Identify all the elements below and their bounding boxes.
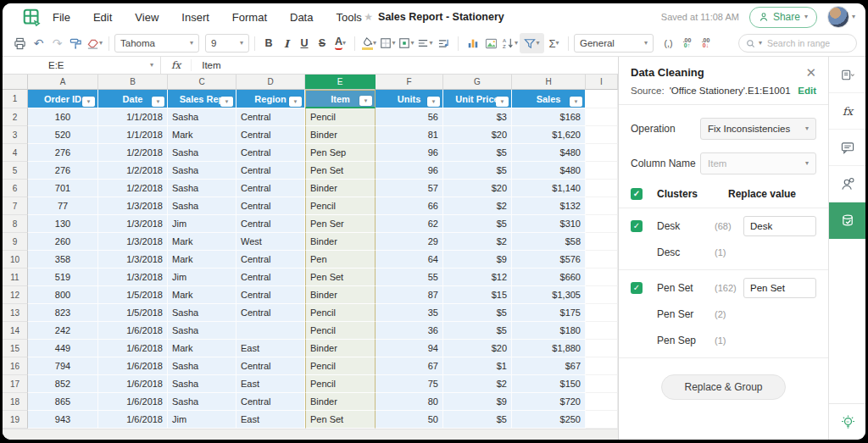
cell[interactable]: 96 [376, 162, 443, 180]
cell[interactable]: Pencil [305, 108, 376, 126]
cell[interactable]: Central [236, 304, 305, 322]
align-button[interactable]: ▾ [416, 33, 434, 53]
cell[interactable]: $250 [512, 411, 586, 429]
cell[interactable]: Sasha [168, 375, 236, 393]
empty-cell[interactable] [586, 197, 618, 215]
empty-cell[interactable] [586, 90, 618, 108]
cell[interactable]: 1/6/2018 [98, 322, 168, 340]
cell[interactable]: $67 [512, 357, 586, 375]
row-header-12[interactable]: 12 [3, 286, 28, 304]
row-header-8[interactable]: 8 [3, 215, 28, 233]
cell[interactable]: 520 [28, 126, 98, 144]
cell[interactable]: Binder [305, 233, 376, 251]
cell[interactable]: East [236, 411, 305, 429]
cell[interactable]: Pen [305, 251, 376, 269]
cell[interactable]: Sasha [168, 108, 236, 126]
row-header-11[interactable]: 11 [3, 269, 28, 286]
cell[interactable]: Sasha [168, 304, 236, 322]
header-cell-sales[interactable]: Sales▼ [512, 90, 586, 108]
search-in-range[interactable]: ▾ [738, 34, 857, 53]
cell[interactable]: $9 [443, 251, 512, 269]
cell[interactable]: $5 [443, 411, 512, 429]
cell[interactable]: Central [236, 108, 305, 126]
filter-dropdown-icon[interactable]: ▼ [427, 97, 440, 107]
cell[interactable]: 75 [376, 375, 443, 393]
cell[interactable]: 64 [376, 251, 443, 269]
menu-item-edit[interactable]: Edit [93, 11, 112, 24]
cell[interactable]: $480 [512, 162, 586, 180]
cell[interactable]: 29 [376, 233, 443, 251]
cell[interactable]: Sasha [168, 322, 236, 340]
cell[interactable]: Central [236, 286, 305, 304]
cell[interactable]: Mark [168, 233, 236, 251]
cell[interactable]: $1,880 [512, 340, 586, 357]
functions-button[interactable]: fx [829, 93, 865, 130]
empty-cell[interactable] [586, 144, 618, 162]
cell[interactable]: 1/1/2018 [98, 108, 168, 126]
edit-source-link[interactable]: Edit [798, 86, 816, 96]
search-input[interactable] [765, 37, 837, 49]
cell[interactable]: $5 [443, 215, 512, 233]
cell[interactable]: 865 [28, 393, 98, 411]
cell[interactable]: 96 [376, 144, 443, 162]
cell[interactable]: Jim [168, 269, 236, 286]
cell[interactable]: $480 [512, 144, 586, 162]
empty-cell[interactable] [586, 269, 618, 286]
empty-cell[interactable] [586, 251, 618, 269]
empty-cell[interactable] [586, 233, 618, 251]
cell[interactable]: $9 [443, 393, 512, 411]
filter-dropdown-icon[interactable]: ▼ [496, 97, 509, 107]
menu-item-format[interactable]: Format [232, 11, 267, 24]
cell[interactable]: $132 [512, 197, 586, 215]
empty-cell[interactable] [586, 108, 618, 126]
cell[interactable]: East [236, 340, 305, 357]
cell[interactable]: $5 [443, 304, 512, 322]
empty-cell[interactable] [586, 357, 618, 375]
column-header-B[interactable]: B [98, 75, 168, 90]
cell[interactable]: 1/6/2018 [98, 393, 168, 411]
row-header-3[interactable]: 3 [3, 126, 28, 144]
cell[interactable]: Central [236, 357, 305, 375]
cell[interactable]: 50 [376, 411, 443, 429]
filter-dropdown-icon[interactable]: ▼ [570, 97, 582, 107]
cell[interactable]: Sasha [168, 357, 236, 375]
cell[interactable]: 67 [376, 357, 443, 375]
cell[interactable]: Pen Sep [305, 144, 376, 162]
format-panel-button[interactable] [829, 57, 865, 93]
italic-button[interactable]: I [278, 34, 295, 53]
empty-cell[interactable] [586, 340, 618, 357]
cell[interactable]: $720 [512, 393, 586, 411]
cell[interactable]: 242 [28, 322, 98, 340]
sum-button[interactable]: Σ ▾ [545, 33, 563, 53]
cell[interactable]: Sasha [168, 197, 236, 215]
cell[interactable]: 35 [376, 304, 443, 322]
cell[interactable]: 1/3/2018 [98, 197, 168, 215]
cell[interactable]: $2 [443, 375, 512, 393]
cell[interactable]: East [236, 375, 305, 393]
cell[interactable]: 1/6/2018 [98, 411, 168, 429]
fill-color-button[interactable]: ▾ [360, 33, 378, 53]
cell[interactable]: 823 [28, 304, 98, 322]
cell[interactable]: Mark [168, 286, 236, 304]
menu-item-insert[interactable]: Insert [181, 11, 209, 24]
cell[interactable]: 80 [376, 393, 443, 411]
cell[interactable]: $175 [512, 304, 586, 322]
favorite-star-icon[interactable]: ★ [364, 11, 373, 23]
cell[interactable]: $1,620 [512, 126, 586, 144]
empty-cell[interactable] [586, 393, 618, 411]
row-header-17[interactable]: 17 [3, 375, 28, 393]
replace-and-group-button[interactable]: Replace & Group [661, 374, 785, 400]
cell[interactable]: 1/1/2018 [98, 126, 168, 144]
undo-button[interactable]: ↶ [30, 33, 47, 53]
cell[interactable]: 358 [28, 251, 98, 269]
cell[interactable]: $58 [512, 233, 586, 251]
cell[interactable]: 260 [28, 233, 98, 251]
filter-dropdown-icon[interactable]: ▼ [152, 97, 164, 107]
cell[interactable]: Binder [305, 126, 376, 144]
cell[interactable]: 1/2/2018 [98, 144, 168, 162]
share-button[interactable]: Share ▾ [749, 7, 817, 28]
menu-item-tools[interactable]: Tools [336, 11, 361, 24]
insert-chart-button[interactable] [464, 33, 481, 53]
cell[interactable]: 276 [28, 144, 98, 162]
cell[interactable]: 1/3/2018 [98, 269, 168, 286]
